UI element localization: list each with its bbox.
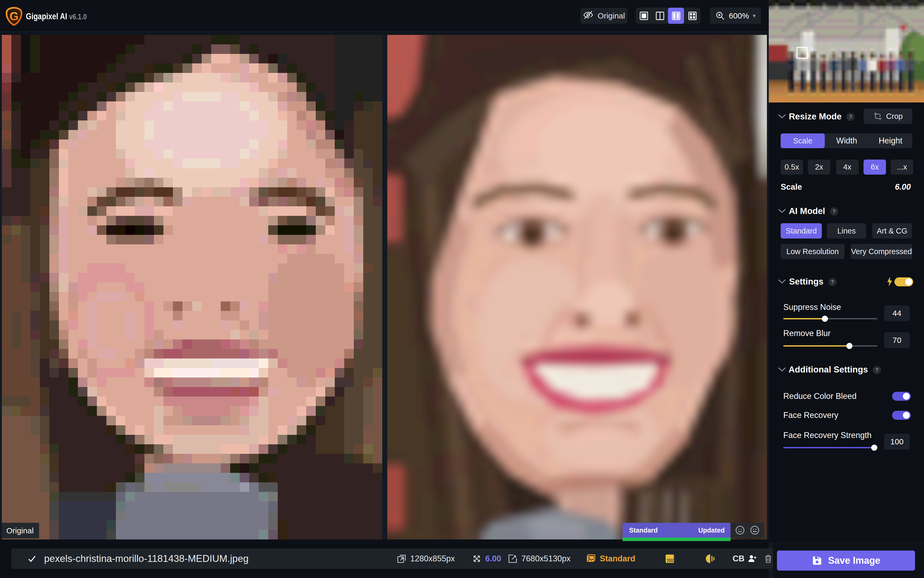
svg-text:G: G bbox=[10, 10, 18, 23]
